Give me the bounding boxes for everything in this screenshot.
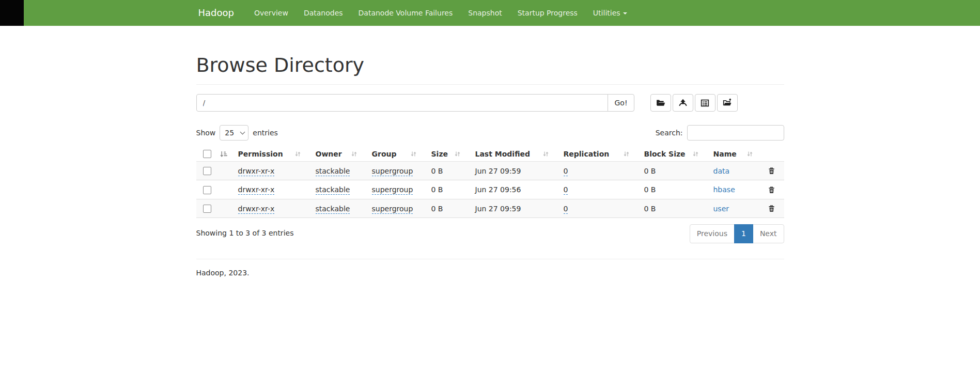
page-length-control: Show 25 entries <box>196 125 278 141</box>
trash-icon <box>768 205 775 213</box>
file-list-button[interactable] <box>695 94 715 112</box>
sort-arrows-icon <box>351 150 357 158</box>
path-bar-row: Go! <box>196 94 784 112</box>
header-block-size[interactable]: Block Size <box>639 147 708 162</box>
nav-item-utilities-dropdown[interactable]: Utilities <box>585 0 635 26</box>
brand-hadoop[interactable]: Hadoop <box>198 0 234 26</box>
permission-editable[interactable]: drwxr-xr-x <box>238 185 275 195</box>
list-alt-icon <box>701 99 709 107</box>
pagination-next[interactable]: Next <box>753 224 784 243</box>
table-row: drwxr-xr-x stackable supergroup 0 B Jun … <box>196 162 784 180</box>
sort-arrows-icon <box>746 150 753 158</box>
upload-file-button[interactable] <box>673 94 693 112</box>
header-size-label: Size <box>431 150 448 158</box>
owner-editable[interactable]: stackable <box>316 185 350 195</box>
header-owner-label: Owner <box>316 150 342 158</box>
search-label: Search: <box>656 129 683 137</box>
sort-arrows-icon <box>294 150 301 158</box>
table-footer-row: Showing 1 to 3 of 3 entries Previous 1 N… <box>196 224 784 243</box>
navbar-container: Hadoop Overview Datanodes Datanode Volum… <box>189 0 792 26</box>
directory-link[interactable]: hbase <box>713 185 735 194</box>
footer-divider <box>196 259 784 259</box>
page-title: Browse Directory <box>196 54 784 76</box>
upload-icon <box>678 98 688 107</box>
header-select-all[interactable] <box>196 147 233 162</box>
header-name[interactable]: Name <box>708 147 763 162</box>
nav-item-datanodes[interactable]: Datanodes <box>296 0 351 26</box>
nav-item-startup-progress[interactable]: Startup Progress <box>510 0 585 26</box>
header-group[interactable]: Group <box>367 147 426 162</box>
go-button[interactable]: Go! <box>608 94 634 112</box>
path-input-group: Go! <box>196 94 634 112</box>
header-group-label: Group <box>372 150 397 158</box>
table-row: drwxr-xr-x stackable supergroup 0 B Jun … <box>196 180 784 199</box>
header-size[interactable]: Size <box>426 147 470 162</box>
trash-icon <box>768 186 775 194</box>
size-cell: 0 B <box>426 180 470 199</box>
entries-label: entries <box>253 129 278 137</box>
group-editable[interactable]: supergroup <box>372 167 413 176</box>
navbar-left-dark-region <box>0 0 24 26</box>
pagination-previous[interactable]: Previous <box>690 224 735 243</box>
block-size-cell: 0 B <box>639 162 708 180</box>
pagination-page-1[interactable]: 1 <box>734 224 753 243</box>
caret-down-icon <box>623 12 627 14</box>
directory-table: Permission Owner Group Size Last Modifie… <box>196 147 784 218</box>
group-editable[interactable]: supergroup <box>372 185 413 195</box>
header-permission[interactable]: Permission <box>233 147 310 162</box>
group-editable[interactable]: supergroup <box>372 205 413 214</box>
title-divider <box>196 84 784 85</box>
pagination: Previous 1 Next <box>690 224 784 243</box>
directory-path-input[interactable] <box>196 94 609 112</box>
nav-item-snapshot[interactable]: Snapshot <box>460 0 509 26</box>
directory-link[interactable]: user <box>713 205 729 213</box>
header-block-size-label: Block Size <box>644 150 686 158</box>
nav-item-overview[interactable]: Overview <box>246 0 296 26</box>
folder-move-icon <box>723 98 732 107</box>
directory-link[interactable]: data <box>713 167 730 175</box>
owner-editable[interactable]: stackable <box>316 167 350 176</box>
replication-editable[interactable]: 0 <box>564 205 568 214</box>
sort-arrows-icon <box>410 150 417 158</box>
last-modified-cell: Jun 27 09:59 <box>470 199 558 217</box>
block-size-cell: 0 B <box>639 199 708 217</box>
create-directory-button[interactable] <box>650 94 671 112</box>
search-input[interactable] <box>687 125 784 141</box>
header-last-modified[interactable]: Last Modified <box>470 147 558 162</box>
sort-arrows-icon <box>623 150 630 158</box>
sort-arrows-icon <box>542 150 549 158</box>
header-actions <box>763 147 784 162</box>
header-replication[interactable]: Replication <box>558 147 639 162</box>
footer-text: Hadoop, 2023. <box>196 269 784 277</box>
delete-button[interactable] <box>768 167 775 175</box>
header-last-modified-label: Last Modified <box>475 150 531 158</box>
permission-editable[interactable]: drwxr-xr-x <box>238 205 275 214</box>
page-size-select[interactable]: 25 <box>220 125 248 141</box>
owner-editable[interactable]: stackable <box>316 205 350 214</box>
delete-button[interactable] <box>768 205 775 213</box>
select-row-checkbox[interactable] <box>203 167 211 175</box>
select-row-checkbox[interactable] <box>203 186 211 194</box>
sort-amount-asc-icon <box>220 150 227 158</box>
sort-arrows-icon <box>454 150 461 158</box>
top-navbar: Hadoop Overview Datanodes Datanode Volum… <box>0 0 980 26</box>
table-header-row: Permission Owner Group Size Last Modifie… <box>196 147 784 162</box>
replication-editable[interactable]: 0 <box>564 185 568 195</box>
page-size-select-wrap: 25 <box>220 125 248 141</box>
replication-editable[interactable]: 0 <box>564 167 568 176</box>
nav-item-datanode-volume-failures[interactable]: Datanode Volume Failures <box>351 0 461 26</box>
directory-action-buttons <box>650 94 738 112</box>
move-paste-button[interactable] <box>717 94 738 112</box>
select-row-checkbox[interactable] <box>203 205 211 213</box>
trash-icon <box>768 167 775 175</box>
header-permission-label: Permission <box>238 150 283 158</box>
delete-button[interactable] <box>768 185 775 194</box>
header-name-label: Name <box>713 150 737 158</box>
block-size-cell: 0 B <box>639 180 708 199</box>
table-info: Showing 1 to 3 of 3 entries <box>196 224 294 237</box>
last-modified-cell: Jun 27 09:59 <box>470 162 558 180</box>
select-all-checkbox[interactable] <box>203 150 211 158</box>
utilities-label: Utilities <box>593 9 620 17</box>
header-owner[interactable]: Owner <box>310 147 367 162</box>
permission-editable[interactable]: drwxr-xr-x <box>238 167 275 176</box>
